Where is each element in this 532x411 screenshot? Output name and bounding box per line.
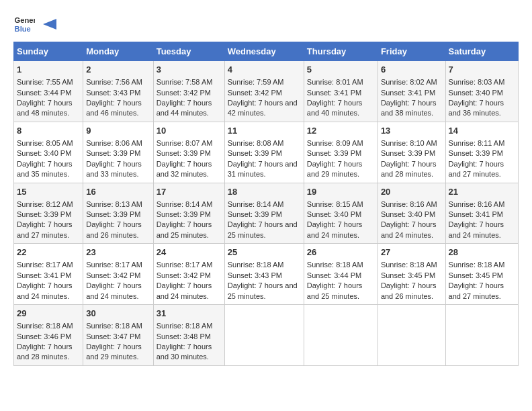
header-saturday: Saturday bbox=[445, 42, 518, 61]
sunrise-text: Sunrise: 7:56 AM bbox=[86, 77, 150, 87]
svg-marker-3 bbox=[43, 19, 56, 30]
day-number: 20 bbox=[381, 186, 443, 198]
header-wednesday: Wednesday bbox=[224, 42, 304, 61]
sunrise-text: Sunrise: 8:15 AM bbox=[307, 199, 375, 210]
sunrise-text: Sunrise: 8:17 AM bbox=[17, 260, 80, 270]
day-cell: 20Sunrise: 8:16 AMSunset: 3:40 PMDayligh… bbox=[378, 183, 445, 244]
sunset-text: Sunset: 3:39 PM bbox=[86, 210, 150, 220]
sunrise-text: Sunrise: 8:18 AM bbox=[86, 321, 150, 331]
sunset-text: Sunset: 3:39 PM bbox=[17, 210, 80, 220]
sunset-text: Sunset: 3:39 PM bbox=[228, 148, 301, 158]
day-number: 7 bbox=[449, 64, 515, 76]
day-number: 26 bbox=[307, 246, 375, 259]
day-cell: 9Sunrise: 8:06 AMSunset: 3:39 PMDaylight… bbox=[83, 122, 153, 183]
day-number: 12 bbox=[307, 125, 375, 137]
day-cell: 22Sunrise: 8:17 AMSunset: 3:41 PMDayligh… bbox=[14, 244, 83, 305]
day-cell: 27Sunrise: 8:18 AMSunset: 3:45 PMDayligh… bbox=[378, 244, 445, 305]
day-cell bbox=[445, 305, 518, 366]
daylight-text: Daylight: 7 hours and 27 minutes. bbox=[449, 281, 515, 302]
day-cell: 5Sunrise: 8:01 AMSunset: 3:41 PMDaylight… bbox=[304, 61, 378, 122]
day-number: 8 bbox=[17, 125, 80, 137]
day-cell: 13Sunrise: 8:10 AMSunset: 3:39 PMDayligh… bbox=[378, 122, 445, 183]
day-number: 17 bbox=[157, 186, 222, 198]
sunset-text: Sunset: 3:42 PM bbox=[157, 88, 222, 98]
day-cell: 29Sunrise: 8:18 AMSunset: 3:46 PMDayligh… bbox=[14, 305, 83, 366]
sunrise-text: Sunrise: 8:18 AM bbox=[449, 260, 515, 270]
sunset-text: Sunset: 3:42 PM bbox=[86, 271, 150, 281]
day-cell: 16Sunrise: 8:13 AMSunset: 3:39 PMDayligh… bbox=[83, 183, 153, 244]
day-number: 5 bbox=[307, 64, 375, 76]
sunset-text: Sunset: 3:42 PM bbox=[157, 271, 222, 281]
day-cell: 23Sunrise: 8:17 AMSunset: 3:42 PMDayligh… bbox=[83, 244, 153, 305]
day-number: 3 bbox=[157, 64, 222, 76]
sunset-text: Sunset: 3:47 PM bbox=[86, 332, 150, 342]
day-cell bbox=[304, 305, 378, 366]
day-number: 27 bbox=[381, 246, 443, 259]
day-number: 22 bbox=[17, 246, 80, 259]
sunrise-text: Sunrise: 8:12 AM bbox=[17, 199, 80, 210]
day-number: 16 bbox=[86, 186, 150, 198]
sunrise-text: Sunrise: 8:01 AM bbox=[307, 77, 375, 87]
sunrise-text: Sunrise: 8:18 AM bbox=[228, 260, 301, 270]
sunrise-text: Sunrise: 8:02 AM bbox=[381, 77, 443, 87]
sunset-text: Sunset: 3:39 PM bbox=[449, 148, 515, 158]
day-cell bbox=[224, 305, 304, 366]
header: General Blue bbox=[13, 13, 519, 35]
daylight-text: Daylight: 7 hours and 25 minutes. bbox=[157, 220, 222, 240]
day-number: 21 bbox=[449, 186, 515, 198]
day-number: 31 bbox=[157, 308, 222, 320]
daylight-text: Daylight: 7 hours and 38 minutes. bbox=[381, 98, 443, 119]
daylight-text: Daylight: 7 hours and 24 minutes. bbox=[157, 281, 222, 302]
sunset-text: Sunset: 3:40 PM bbox=[381, 210, 443, 220]
sunrise-text: Sunrise: 7:55 AM bbox=[17, 77, 80, 87]
day-cell: 7Sunrise: 8:03 AMSunset: 3:40 PMDaylight… bbox=[445, 61, 518, 122]
day-number: 10 bbox=[157, 125, 222, 137]
sunset-text: Sunset: 3:40 PM bbox=[17, 148, 80, 158]
header-monday: Monday bbox=[83, 42, 153, 61]
sunrise-text: Sunrise: 8:18 AM bbox=[17, 321, 80, 331]
daylight-text: Daylight: 7 hours and 40 minutes. bbox=[307, 98, 375, 119]
day-cell: 1Sunrise: 7:55 AMSunset: 3:44 PMDaylight… bbox=[14, 61, 83, 122]
daylight-text: Daylight: 7 hours and 25 minutes. bbox=[228, 220, 301, 240]
sunrise-text: Sunrise: 8:10 AM bbox=[381, 138, 443, 148]
daylight-text: Daylight: 7 hours and 42 minutes. bbox=[228, 98, 301, 119]
day-cell: 15Sunrise: 8:12 AMSunset: 3:39 PMDayligh… bbox=[14, 183, 83, 244]
logo-icon: General Blue bbox=[13, 13, 35, 35]
daylight-text: Daylight: 7 hours and 25 minutes. bbox=[228, 281, 301, 302]
sunset-text: Sunset: 3:43 PM bbox=[228, 271, 301, 281]
daylight-text: Daylight: 7 hours and 26 minutes. bbox=[381, 281, 443, 302]
daylight-text: Daylight: 7 hours and 29 minutes. bbox=[307, 159, 375, 180]
day-cell: 12Sunrise: 8:09 AMSunset: 3:39 PMDayligh… bbox=[304, 122, 378, 183]
sunrise-text: Sunrise: 8:07 AM bbox=[157, 138, 222, 148]
day-cell: 25Sunrise: 8:18 AMSunset: 3:43 PMDayligh… bbox=[224, 244, 304, 305]
daylight-text: Daylight: 7 hours and 27 minutes. bbox=[449, 159, 515, 180]
day-cell: 24Sunrise: 8:17 AMSunset: 3:42 PMDayligh… bbox=[153, 244, 224, 305]
sunset-text: Sunset: 3:45 PM bbox=[449, 271, 515, 281]
day-cell: 31Sunrise: 8:18 AMSunset: 3:48 PMDayligh… bbox=[153, 305, 224, 366]
sunset-text: Sunset: 3:42 PM bbox=[228, 88, 301, 98]
daylight-text: Daylight: 7 hours and 24 minutes. bbox=[307, 220, 375, 240]
header-thursday: Thursday bbox=[304, 42, 378, 61]
header-tuesday: Tuesday bbox=[153, 42, 224, 61]
day-number: 1 bbox=[17, 64, 80, 76]
day-number: 18 bbox=[228, 186, 301, 198]
day-number: 29 bbox=[17, 308, 80, 320]
day-number: 19 bbox=[307, 186, 375, 198]
daylight-text: Daylight: 7 hours and 48 minutes. bbox=[17, 98, 80, 119]
sunset-text: Sunset: 3:45 PM bbox=[381, 271, 443, 281]
daylight-text: Daylight: 7 hours and 24 minutes. bbox=[381, 220, 443, 240]
sunrise-text: Sunrise: 8:13 AM bbox=[86, 199, 150, 210]
day-cell: 19Sunrise: 8:15 AMSunset: 3:40 PMDayligh… bbox=[304, 183, 378, 244]
sunset-text: Sunset: 3:40 PM bbox=[449, 88, 515, 98]
sunrise-text: Sunrise: 8:16 AM bbox=[449, 199, 515, 210]
sunrise-text: Sunrise: 8:18 AM bbox=[381, 260, 443, 270]
sunset-text: Sunset: 3:48 PM bbox=[157, 332, 222, 342]
sunset-text: Sunset: 3:39 PM bbox=[228, 210, 301, 220]
sunrise-text: Sunrise: 8:11 AM bbox=[449, 138, 515, 148]
daylight-text: Daylight: 7 hours and 24 minutes. bbox=[17, 281, 80, 302]
day-number: 15 bbox=[17, 186, 80, 198]
daylight-text: Daylight: 7 hours and 28 minutes. bbox=[381, 159, 443, 180]
calendar-header-row: SundayMondayTuesdayWednesdayThursdayFrid… bbox=[14, 42, 519, 61]
daylight-text: Daylight: 7 hours and 25 minutes. bbox=[307, 281, 375, 302]
day-number: 30 bbox=[86, 308, 150, 320]
